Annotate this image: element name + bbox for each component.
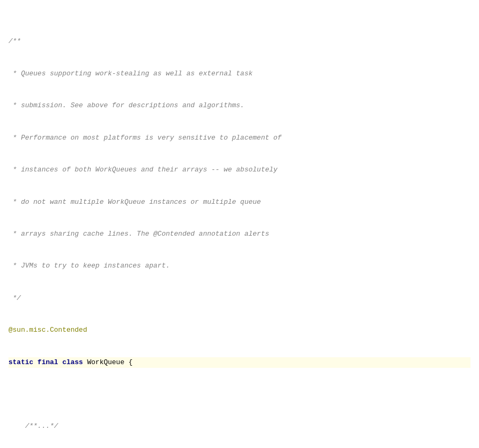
line-11: static final class WorkQueue { — [8, 357, 471, 368]
line-12 — [8, 389, 471, 400]
line-8: * JVMs to try to keep instances apart. — [8, 261, 471, 271]
line-2: * Queues supporting work-stealing as wel… — [8, 68, 471, 79]
code-block: /** * Queues supporting work-stealing as… — [0, 4, 479, 448]
line-10: @sun.misc.Contended — [8, 325, 471, 335]
line-5: * instances of both WorkQueues and their… — [8, 165, 471, 175]
code-container: /** * Queues supporting work-stealing as… — [0, 0, 479, 448]
line-3: * submission. See above for descriptions… — [8, 100, 471, 111]
line-1: /** — [8, 36, 471, 47]
line-13: /**...*/ — [8, 421, 471, 432]
line-9: */ — [8, 293, 471, 304]
line-4: * Performance on most platforms is very … — [8, 133, 471, 143]
line-7: * arrays sharing cache lines. The @Conte… — [8, 229, 471, 239]
line-6: * do not want multiple WorkQueue instanc… — [8, 197, 471, 208]
